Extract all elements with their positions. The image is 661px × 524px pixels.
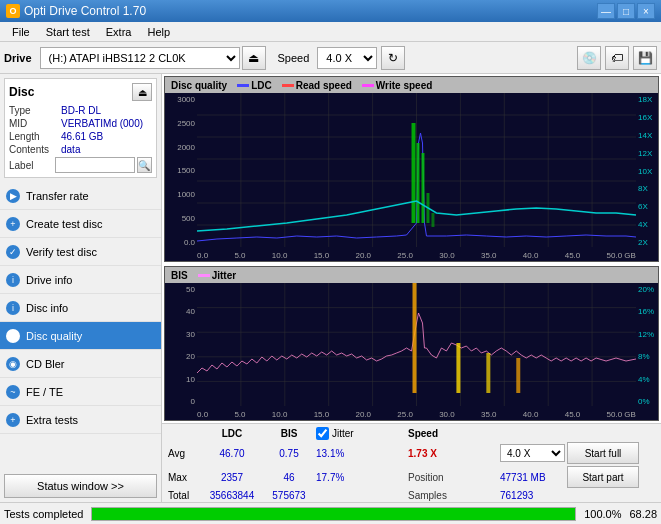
nav-label-create: Create test disc: [26, 218, 102, 230]
menu-bar: File Start test Extra Help: [0, 22, 661, 42]
disc-mid-value: VERBATIMd (000): [61, 118, 152, 129]
legend-write: Write speed: [362, 80, 433, 91]
app-icon: O: [6, 4, 20, 18]
nav-fe-te[interactable]: ~ FE / TE: [0, 378, 161, 406]
refresh-btn[interactable]: ↻: [381, 46, 405, 70]
nav-icon-extra: +: [6, 413, 20, 427]
top-chart: Disc quality LDC Read speed Write speed …: [164, 76, 659, 262]
max-ldc: 2357: [202, 472, 262, 483]
drive-select-wrapper: (H:) ATAPI iHBS112 2 CL0K ⏏: [40, 46, 266, 70]
status-size: 68.28: [629, 508, 657, 520]
burn-icon-btn[interactable]: 💿: [577, 46, 601, 70]
disc-length-label: Length: [9, 131, 61, 142]
disc-mid-row: MID VERBATIMd (000): [9, 118, 152, 129]
nav-drive-info[interactable]: i Drive info: [0, 266, 161, 294]
max-bis: 46: [264, 472, 314, 483]
disc-length-value: 46.61 GB: [61, 131, 152, 142]
status-bar: Tests completed 100.0% 68.28: [0, 502, 661, 524]
disc-contents-value: data: [61, 144, 152, 155]
legend-ldc-label: LDC: [251, 80, 272, 91]
disc-type-row: Type BD-R DL: [9, 105, 152, 116]
speed-select[interactable]: 4.0 X: [317, 47, 377, 69]
top-x-axis: 0.05.010.015.020.025.030.035.040.045.050…: [197, 247, 636, 263]
nav-cd-bler[interactable]: ◉ CD Bler: [0, 350, 161, 378]
avg-speed: 1.73 X: [408, 448, 498, 459]
legend-ldc: LDC: [237, 80, 272, 91]
stats-ldc-header: LDC: [202, 428, 262, 439]
nav-label-bler: CD Bler: [26, 358, 65, 370]
bottom-chart: BIS Jitter 50403020100 20%16%12%8%4%0%: [164, 266, 659, 421]
progress-bar-fill: [92, 508, 575, 520]
save-icon-btn[interactable]: 💾: [633, 46, 657, 70]
menu-help[interactable]: Help: [139, 24, 178, 40]
nav-disc-quality[interactable]: ★ Disc quality: [0, 322, 161, 350]
title-bar-left: O Opti Drive Control 1.70: [6, 4, 146, 18]
nav-icon-verify: ✓: [6, 245, 20, 259]
nav-create-test[interactable]: + Create test disc: [0, 210, 161, 238]
jitter-checkbox[interactable]: [316, 427, 329, 440]
close-button[interactable]: ×: [637, 3, 655, 19]
svg-rect-33: [413, 283, 417, 393]
nav-transfer-rate[interactable]: ▶ Transfer rate: [0, 182, 161, 210]
nav-label-transfer: Transfer rate: [26, 190, 89, 202]
disc-contents-label: Contents: [9, 144, 61, 155]
stats-total-row: Total 35663844 575673 Samples 761293: [168, 490, 655, 501]
svg-rect-16: [417, 143, 420, 223]
title-bar: O Opti Drive Control 1.70 — □ ×: [0, 0, 661, 22]
stats-header-row: LDC BIS Jitter Speed: [168, 427, 655, 440]
top-chart-title: Disc quality: [171, 80, 227, 91]
top-chart-svg: [197, 93, 636, 247]
speed-select-stats[interactable]: 4.0 X: [500, 444, 565, 462]
nav-label-quality: Disc quality: [26, 330, 82, 342]
svg-rect-34: [456, 343, 460, 393]
bottom-chart-titlebar: BIS Jitter: [165, 267, 658, 283]
disc-type-value: BD-R DL: [61, 105, 152, 116]
menu-extra[interactable]: Extra: [98, 24, 140, 40]
stats-jitter-header: Jitter: [332, 428, 354, 439]
status-text: Tests completed: [4, 508, 83, 520]
drive-select[interactable]: (H:) ATAPI iHBS112 2 CL0K: [40, 47, 240, 69]
speed-label: Speed: [278, 52, 310, 64]
position-val: 47731 MB: [500, 472, 565, 483]
top-chart-titlebar: Disc quality LDC Read speed Write speed: [165, 77, 658, 93]
nav-extra-tests[interactable]: + Extra tests: [0, 406, 161, 434]
disc-title: Disc: [9, 85, 34, 99]
nav-verify-test[interactable]: ✓ Verify test disc: [0, 238, 161, 266]
svg-rect-17: [421, 153, 424, 223]
disc-mid-label: MID: [9, 118, 61, 129]
label-icon-btn[interactable]: 🏷: [605, 46, 629, 70]
stats-bis-header: BIS: [264, 428, 314, 439]
avg-jitter: 13.1%: [316, 448, 406, 459]
legend-jitter: Jitter: [198, 270, 236, 281]
stats-speed-header: Speed: [408, 428, 498, 439]
disc-label-row: Label 🔍: [9, 157, 152, 173]
status-window-btn[interactable]: Status window >>: [4, 474, 157, 498]
toolbar: Drive (H:) ATAPI iHBS112 2 CL0K ⏏ Speed …: [0, 42, 661, 74]
start-part-btn[interactable]: Start part: [567, 466, 639, 488]
stats-max-row: Max 2357 46 17.7% Position 47731 MB Star…: [168, 466, 655, 488]
avg-label: Avg: [168, 448, 200, 459]
nav-icon-fete: ~: [6, 385, 20, 399]
nav-icon-bler: ◉: [6, 357, 20, 371]
maximize-button[interactable]: □: [617, 3, 635, 19]
disc-label-input[interactable]: [55, 157, 135, 173]
eject-icon-btn[interactable]: ⏏: [242, 46, 266, 70]
title-bar-controls: — □ ×: [597, 3, 655, 19]
legend-read-label: Read speed: [296, 80, 352, 91]
svg-rect-15: [412, 123, 416, 223]
nav-items: ▶ Transfer rate + Create test disc ✓ Ver…: [0, 182, 161, 470]
legend-jitter-label: Jitter: [212, 270, 236, 281]
disc-label-label: Label: [9, 160, 53, 171]
menu-file[interactable]: File: [4, 24, 38, 40]
label-search-btn[interactable]: 🔍: [137, 157, 152, 173]
legend-write-label: Write speed: [376, 80, 433, 91]
disc-eject-btn[interactable]: ⏏: [132, 83, 152, 101]
menu-start-test[interactable]: Start test: [38, 24, 98, 40]
minimize-button[interactable]: —: [597, 3, 615, 19]
nav-icon-create: +: [6, 217, 20, 231]
start-full-btn[interactable]: Start full: [567, 442, 639, 464]
disc-contents-row: Contents data: [9, 144, 152, 155]
total-ldc: 35663844: [202, 490, 262, 501]
nav-label-verify: Verify test disc: [26, 246, 97, 258]
nav-disc-info[interactable]: i Disc info: [0, 294, 161, 322]
